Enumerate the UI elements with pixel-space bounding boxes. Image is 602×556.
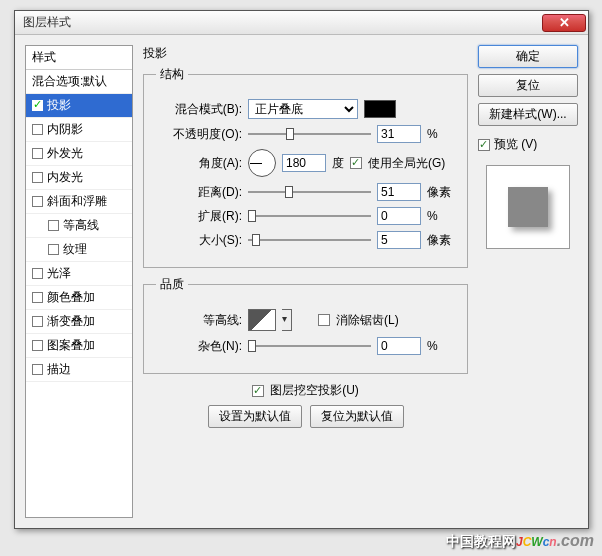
opacity-row: 不透明度(O): % (156, 125, 455, 143)
size-row: 大小(S): 像素 (156, 231, 455, 249)
distance-row: 距离(D): 像素 (156, 183, 455, 201)
quality-legend: 品质 (156, 276, 188, 293)
spread-slider[interactable] (248, 207, 371, 225)
preview-checkbox[interactable] (478, 139, 490, 151)
antialias-label: 消除锯齿(L) (336, 312, 399, 329)
style-contour[interactable]: 等高线 (26, 214, 132, 238)
contour-dropdown[interactable] (282, 309, 292, 331)
size-unit: 像素 (427, 232, 455, 249)
reset-default-button[interactable]: 复位为默认值 (310, 405, 404, 428)
style-drop-shadow[interactable]: 投影 (26, 94, 132, 118)
checkbox-icon[interactable] (32, 172, 43, 183)
angle-row: 角度(A): 度 使用全局光(G) (156, 149, 455, 177)
blend-mode-row: 混合模式(B): 正片叠底 (156, 99, 455, 119)
checkbox-icon[interactable] (32, 364, 43, 375)
quality-group: 品质 等高线: 消除锯齿(L) 杂色(N): % (143, 276, 468, 374)
style-stroke[interactable]: 描边 (26, 358, 132, 382)
style-gradient-overlay[interactable]: 渐变叠加 (26, 310, 132, 334)
opacity-unit: % (427, 127, 455, 141)
structure-group: 结构 混合模式(B): 正片叠底 不透明度(O): % 角度(A): (143, 66, 468, 268)
style-inner-shadow[interactable]: 内阴影 (26, 118, 132, 142)
contour-row: 等高线: 消除锯齿(L) (156, 309, 455, 331)
cancel-button[interactable]: 复位 (478, 74, 578, 97)
shadow-color-swatch[interactable] (364, 100, 396, 118)
knockout-checkbox[interactable] (252, 385, 264, 397)
checkbox-icon[interactable] (32, 316, 43, 327)
styles-header[interactable]: 样式 (26, 46, 132, 70)
make-default-button[interactable]: 设置为默认值 (208, 405, 302, 428)
style-pattern-overlay[interactable]: 图案叠加 (26, 334, 132, 358)
angle-unit: 度 (332, 155, 344, 172)
contour-label: 等高线: (156, 312, 242, 329)
contour-picker[interactable] (248, 309, 276, 331)
angle-input[interactable] (282, 154, 326, 172)
window-title: 图层样式 (17, 14, 542, 31)
preview-inner (508, 187, 548, 227)
distance-input[interactable] (377, 183, 421, 201)
noise-label: 杂色(N): (156, 338, 242, 355)
dialog-buttons: 确定 复位 新建样式(W)... 预览 (V) (478, 45, 578, 518)
defaults-buttons: 设置为默认值 复位为默认值 (143, 405, 468, 428)
style-satin[interactable]: 光泽 (26, 262, 132, 286)
ok-button[interactable]: 确定 (478, 45, 578, 68)
spread-unit: % (427, 209, 455, 223)
blending-options-item[interactable]: 混合选项:默认 (26, 70, 132, 94)
blend-mode-label: 混合模式(B): (156, 101, 242, 118)
style-inner-glow[interactable]: 内发光 (26, 166, 132, 190)
knockout-label: 图层挖空投影(U) (270, 382, 359, 399)
angle-label: 角度(A): (156, 155, 242, 172)
noise-unit: % (427, 339, 455, 353)
distance-label: 距离(D): (156, 184, 242, 201)
style-color-overlay[interactable]: 颜色叠加 (26, 286, 132, 310)
antialias-checkbox[interactable] (318, 314, 330, 326)
checkbox-icon[interactable] (48, 220, 59, 231)
size-slider[interactable] (248, 231, 371, 249)
spread-input[interactable] (377, 207, 421, 225)
panel-title: 投影 (143, 45, 468, 62)
opacity-input[interactable] (377, 125, 421, 143)
new-style-button[interactable]: 新建样式(W)... (478, 103, 578, 126)
spread-label: 扩展(R): (156, 208, 242, 225)
checkbox-icon[interactable] (32, 124, 43, 135)
size-label: 大小(S): (156, 232, 242, 249)
checkbox-icon[interactable] (32, 340, 43, 351)
style-outer-glow[interactable]: 外发光 (26, 142, 132, 166)
opacity-slider[interactable] (248, 125, 371, 143)
noise-input[interactable] (377, 337, 421, 355)
styles-list: 样式 混合选项:默认 投影 内阴影 外发光 内发光 斜面和浮雕 等高线 纹理 光… (25, 45, 133, 518)
settings-panel: 投影 结构 混合模式(B): 正片叠底 不透明度(O): % (143, 45, 468, 518)
watermark: 中国教程网 JCWcn.com (446, 526, 594, 552)
preview-label: 预览 (V) (494, 136, 537, 153)
checkbox-icon[interactable] (32, 196, 43, 207)
checkbox-icon[interactable] (48, 244, 59, 255)
spread-row: 扩展(R): % (156, 207, 455, 225)
noise-slider[interactable] (248, 337, 371, 355)
angle-dial[interactable] (248, 149, 276, 177)
size-input[interactable] (377, 231, 421, 249)
titlebar[interactable]: 图层样式 ✕ (15, 11, 588, 35)
opacity-label: 不透明度(O): (156, 126, 242, 143)
blend-mode-select[interactable]: 正片叠底 (248, 99, 358, 119)
knockout-row: 图层挖空投影(U) (143, 382, 468, 399)
layer-style-dialog: 图层样式 ✕ 样式 混合选项:默认 投影 内阴影 外发光 内发光 斜面和浮雕 等… (14, 10, 589, 529)
global-light-label: 使用全局光(G) (368, 155, 445, 172)
structure-legend: 结构 (156, 66, 188, 83)
distance-unit: 像素 (427, 184, 455, 201)
noise-row: 杂色(N): % (156, 337, 455, 355)
checkbox-icon[interactable] (32, 100, 43, 111)
style-texture[interactable]: 纹理 (26, 238, 132, 262)
checkbox-icon[interactable] (32, 268, 43, 279)
close-icon: ✕ (559, 16, 570, 29)
global-light-checkbox[interactable] (350, 157, 362, 169)
distance-slider[interactable] (248, 183, 371, 201)
preview-swatch (486, 165, 570, 249)
checkbox-icon[interactable] (32, 292, 43, 303)
checkbox-icon[interactable] (32, 148, 43, 159)
close-button[interactable]: ✕ (542, 14, 586, 32)
style-bevel-emboss[interactable]: 斜面和浮雕 (26, 190, 132, 214)
